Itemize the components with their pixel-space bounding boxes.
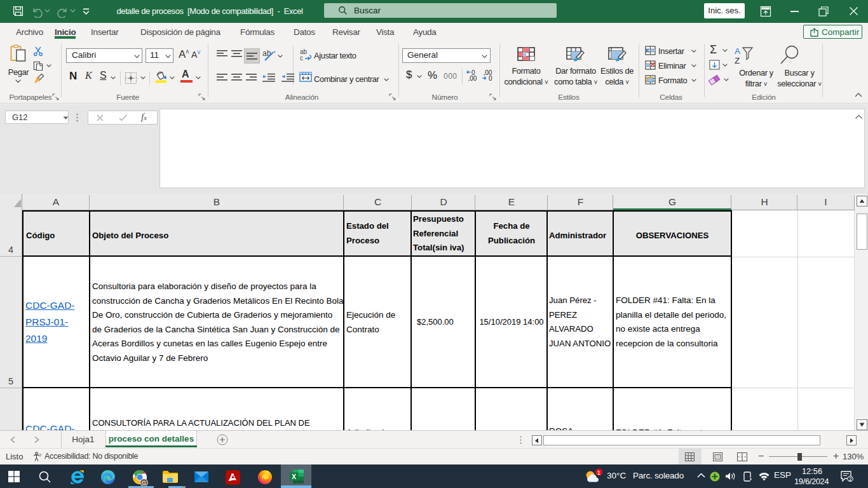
svg-text:A: A [735, 46, 740, 56]
svg-text:?: ? [39, 452, 42, 458]
svg-text:X: X [292, 473, 296, 480]
svg-text:c: c [300, 55, 303, 62]
svg-text:0: 0 [489, 75, 492, 81]
svg-text:1: 1 [597, 469, 600, 476]
svg-text:,00: ,00 [468, 75, 477, 81]
svg-text:ab: ab [262, 49, 271, 58]
svg-text:Z: Z [735, 56, 740, 65]
svg-text:2: 2 [849, 476, 852, 482]
